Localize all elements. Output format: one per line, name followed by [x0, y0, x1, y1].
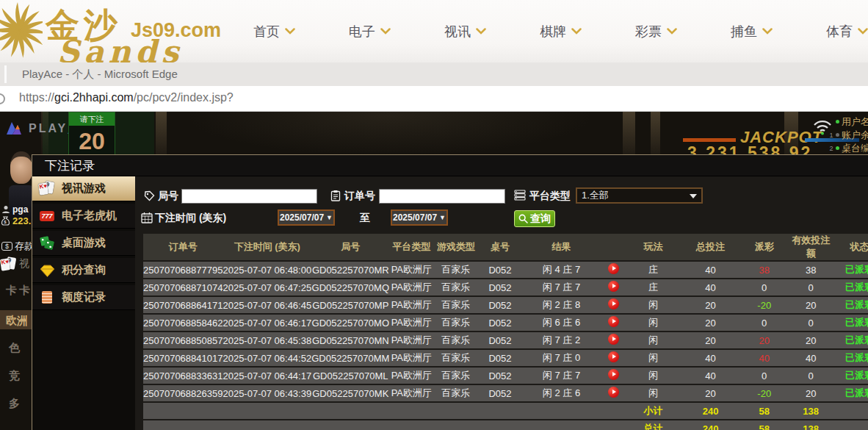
date-to-select[interactable]: 2025/07/07▼	[391, 209, 448, 226]
col-platform: 平台类型	[389, 234, 433, 260]
play-video-button[interactable]	[608, 298, 619, 309]
cell-platform: PA欧洲厅	[389, 315, 433, 331]
background-left-menu: pga $ 223. $ 存款 9K♥ 视 卡卡 欧洲 色 竞 多	[0, 198, 32, 430]
sun-logo-icon	[0, 1, 43, 60]
playace-logo-icon	[6, 121, 23, 135]
betting-records-modal: 下注记录 9K♥ 视讯游戏 777 电子老虎机 桌面游戏	[32, 154, 868, 430]
round-input[interactable]	[181, 189, 317, 204]
order-input[interactable]	[379, 189, 505, 204]
chevron-down-icon	[667, 28, 677, 35]
cell-empty	[311, 403, 389, 419]
username-row: pga	[1, 204, 28, 215]
sidebar-item-table-games[interactable]: 桌面游戏	[32, 231, 135, 256]
sidebar-item-slots[interactable]: 777 电子老虎机	[32, 204, 135, 229]
cell-result: 闲 7 庄 2	[521, 332, 601, 348]
cell-round: GD052257070MQ	[311, 279, 389, 295]
deposit-link[interactable]: $ 存款	[1, 240, 32, 253]
browser-urlbar[interactable]: https://gci.2hhapi.com/pc/pcv2/index.jsp…	[0, 86, 868, 112]
play-video-button[interactable]	[608, 281, 619, 292]
cell-sum-label: 小计	[626, 403, 680, 419]
user-info-panel: 用户名 1 账户余 2 桌台编	[827, 116, 868, 156]
site-info-icon[interactable]	[0, 93, 5, 104]
dropdown-arrow-icon	[690, 194, 697, 198]
titlebar-accent	[4, 65, 7, 83]
status-dot	[836, 120, 839, 123]
cell-sum-label: 总计	[626, 420, 680, 430]
cell-sum-payout: 58	[741, 403, 787, 419]
search-button[interactable]: 查询	[514, 210, 555, 227]
to-label: 至	[360, 212, 370, 225]
table-row: 2507070688336312025-07-07 06:44:17GD0522…	[143, 368, 868, 384]
cell-status: 已派彩	[834, 297, 868, 313]
cell-status: 已派彩	[834, 350, 868, 366]
cell-valid-bet: 20	[787, 297, 834, 313]
cell-result: 闲 4 庄 7	[521, 262, 601, 278]
nav-item-live[interactable]: 视讯	[444, 23, 486, 40]
logo-script: Sands	[57, 34, 183, 62]
cell-result: 闲 7 庄 7	[521, 279, 601, 295]
nav-item-home[interactable]: 首页	[253, 23, 295, 40]
records-table: 订单号 下注时间 (美东) 局号 平台类型 游戏类型 桌号 结果 玩法 总投注	[143, 232, 868, 430]
cell-total-bet: 20	[680, 297, 741, 313]
chevron-down-icon	[380, 28, 391, 35]
cell-game-type: 百家乐	[433, 332, 478, 348]
play-video-button[interactable]	[608, 351, 619, 362]
menu-item-kaka[interactable]: 卡卡	[6, 284, 32, 298]
cell-round: GD052257070MK	[311, 385, 389, 401]
nav-item-fishing[interactable]: 捕鱼	[731, 23, 773, 40]
playing-cards-icon: 9K♥	[39, 182, 56, 196]
cell-total-bet: 40	[680, 368, 741, 384]
nav-item-lottery[interactable]: 彩票	[635, 23, 677, 40]
browser-titlebar: PlayAce - 个人 - Microsoft Edge	[0, 62, 868, 86]
cell-order: 250707068826359	[143, 385, 223, 401]
cell-result: 闲 6 庄 6	[521, 315, 601, 331]
menu-item-se[interactable]: 色	[9, 341, 20, 355]
cell-play	[601, 315, 626, 331]
nav-item-slots[interactable]: 电子	[349, 23, 391, 40]
cell-sum-total-bet: 240	[680, 403, 741, 419]
play-video-button[interactable]	[608, 369, 619, 380]
cell-play	[601, 297, 626, 313]
cell-empty	[223, 403, 311, 419]
cell-table: D052	[478, 350, 521, 366]
cell-empty	[521, 403, 601, 419]
cell-order: 250707068871074	[143, 279, 223, 295]
date-from-select[interactable]: 2025/07/07▼	[278, 209, 335, 226]
menu-item-duo[interactable]: 多	[9, 397, 20, 411]
slot-777-icon: 777	[39, 209, 56, 223]
menu-item-europe[interactable]: 欧洲	[6, 314, 28, 328]
nav-item-chess[interactable]: 棋牌	[540, 23, 582, 40]
bet-timer-panel: 请下注 20	[68, 112, 115, 157]
cell-order: 250707068850857	[143, 332, 223, 348]
cell-total-bet: 20	[680, 332, 741, 348]
play-video-button[interactable]	[608, 316, 619, 327]
cell-bet-side: 闲	[626, 315, 680, 331]
cell-total-bet: 40	[680, 262, 741, 278]
cell-table: D052	[478, 297, 521, 313]
play-video-button[interactable]	[608, 334, 619, 345]
cell-sum-total-bet: 240	[680, 420, 741, 430]
sidebar-item-live-games[interactable]: 9K♥ 视讯游戏	[32, 176, 135, 201]
play-video-button[interactable]	[608, 263, 619, 274]
modal-title: 下注记录	[32, 155, 868, 176]
cell-order: 250707068858462	[143, 315, 223, 331]
menu-item-jing[interactable]: 竞	[9, 369, 20, 383]
cell-payout: -20	[741, 297, 787, 313]
nav-item-sports[interactable]: 体育	[826, 23, 868, 40]
sidebar-item-points[interactable]: 积分查询	[32, 258, 135, 283]
cell-empty	[601, 403, 626, 419]
cell-empty	[389, 420, 433, 430]
platform-label: 平台类型	[529, 190, 571, 203]
cell-bet-side: 庄	[626, 262, 680, 278]
live-menu-partial[interactable]: 9K♥ 视	[1, 257, 29, 270]
cell-sum-valid-bet: 138	[787, 420, 834, 430]
cell-result: 闲 2 庄 6	[521, 385, 601, 401]
cell-status: 已派彩	[834, 385, 868, 401]
platform-select[interactable]: 1.全部	[576, 187, 703, 204]
sidebar-item-quota-records[interactable]: 额度记录	[32, 285, 135, 310]
play-video-button[interactable]	[608, 387, 619, 398]
cell-time: 2025-07-07 06:44:17	[223, 368, 311, 384]
cell-empty	[433, 403, 478, 419]
cell-order: 250707068864171	[143, 297, 223, 313]
col-bet-side: 玩法	[626, 234, 680, 260]
